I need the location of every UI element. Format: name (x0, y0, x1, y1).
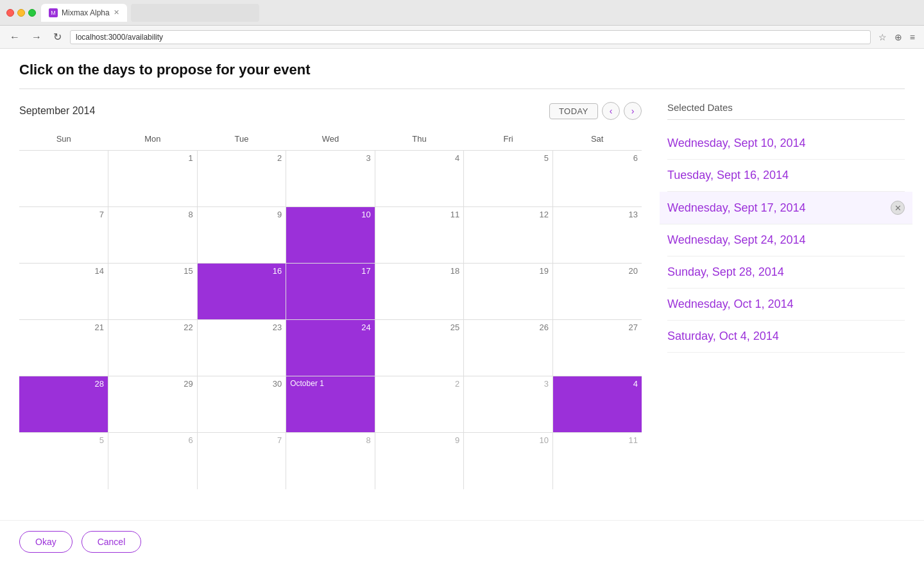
calendar-day[interactable]: 13 (552, 207, 642, 264)
calendar-day[interactable] (19, 151, 108, 207)
day-header-wed: Wed (286, 130, 375, 151)
day-number: 2 (277, 153, 282, 163)
day-header-thu: Thu (375, 130, 464, 151)
calendar-day[interactable]: 23 (197, 320, 286, 376)
calendar-day[interactable]: 15 (108, 264, 198, 320)
refresh-button[interactable]: ↻ (50, 29, 65, 44)
calendar-day[interactable]: 3 (286, 151, 375, 207)
calendar-day[interactable]: October 1 (286, 376, 375, 433)
selected-date-item[interactable]: Tuesday, Sept 16, 2014 (667, 160, 905, 192)
calendar-day[interactable]: 26 (464, 320, 553, 376)
day-number: 8 (366, 435, 371, 445)
day-header-tue: Tue (197, 130, 286, 151)
tab-bar: M Mixmax Alpha ✕ (41, 4, 918, 22)
calendar-day[interactable]: 18 (375, 264, 464, 320)
calendar-day[interactable]: 4 (552, 376, 642, 433)
menu-icon[interactable]: ≡ (907, 31, 918, 44)
calendar-day[interactable]: 17 (286, 264, 375, 320)
day-number: 6 (633, 153, 638, 163)
calendar-day[interactable]: 9 (375, 433, 464, 489)
day-number: 29 (184, 379, 193, 389)
main-content: Click on the days to propose for your ev… (0, 49, 924, 502)
calendar-day[interactable]: 29 (108, 376, 198, 433)
calendar-day[interactable]: 10 (286, 207, 375, 264)
selected-dates-section: Selected Dates Wednesday, Sept 10, 2014T… (667, 102, 905, 489)
maximize-traffic-light[interactable] (28, 9, 36, 17)
day-header-fri: Fri (464, 130, 553, 151)
extensions-icon[interactable]: ⊕ (892, 31, 905, 44)
minimize-traffic-light[interactable] (17, 9, 25, 17)
tab-close-btn[interactable]: ✕ (114, 8, 119, 17)
calendar-day[interactable]: 10 (464, 433, 553, 489)
day-number: October 1 (290, 379, 324, 388)
bookmark-icon[interactable]: ☆ (876, 31, 889, 44)
calendar-day[interactable]: 4 (375, 151, 464, 207)
calendar-day[interactable]: 11 (552, 433, 642, 489)
calendar-day[interactable]: 22 (108, 320, 198, 376)
calendar-day[interactable]: 1 (108, 151, 198, 207)
selected-date-label: Sunday, Sept 28, 2014 (667, 265, 784, 279)
day-number: 5 (544, 153, 549, 163)
layout: September 2014 TODAY ‹ › Sun Mon Tue Wed… (19, 102, 905, 489)
calendar-day[interactable]: 24 (286, 320, 375, 376)
calendar-day[interactable]: 9 (197, 207, 286, 264)
selected-date-label: Saturday, Oct 4, 2014 (667, 330, 779, 343)
remove-date-button[interactable]: ✕ (891, 201, 905, 215)
calendar-day[interactable]: 6 (552, 151, 642, 207)
selected-dates-list: Wednesday, Sept 10, 2014Tuesday, Sept 16… (667, 128, 905, 353)
calendar-day[interactable]: 5 (464, 151, 553, 207)
calendar-day[interactable]: 7 (197, 433, 286, 489)
calendar-day[interactable]: 14 (19, 264, 108, 320)
calendar-day[interactable]: 2 (197, 151, 286, 207)
close-traffic-light[interactable] (6, 9, 14, 17)
day-number: 5 (99, 435, 104, 445)
calendar-header-row: Sun Mon Tue Wed Thu Fri Sat (19, 130, 642, 151)
tab-favicon: M (49, 8, 58, 17)
next-month-button[interactable]: › (624, 102, 642, 120)
day-number: 24 (361, 323, 370, 332)
calendar-day[interactable]: 3 (464, 376, 553, 433)
day-number: 2 (455, 379, 459, 389)
calendar-day[interactable]: 28 (19, 376, 108, 433)
calendar-day[interactable]: 21 (19, 320, 108, 376)
selected-date-item[interactable]: Sunday, Sept 28, 2014 (667, 256, 905, 289)
calendar-day[interactable]: 7 (19, 207, 108, 264)
day-number: 13 (629, 210, 638, 219)
address-bar[interactable] (70, 30, 871, 44)
calendar-day[interactable]: 30 (197, 376, 286, 433)
day-number: 3 (544, 379, 549, 389)
calendar-day[interactable]: 8 (286, 433, 375, 489)
day-number: 25 (450, 323, 459, 332)
day-number: 10 (361, 210, 370, 219)
calendar-day[interactable]: 11 (375, 207, 464, 264)
day-number: 23 (273, 323, 282, 332)
calendar-day[interactable]: 16 (197, 264, 286, 320)
selected-date-item[interactable]: Wednesday, Oct 1, 2014 (667, 289, 905, 321)
day-number: 18 (450, 266, 459, 276)
selected-date-item[interactable]: Saturday, Oct 4, 2014 (667, 321, 905, 353)
calendar-day[interactable]: 2 (375, 376, 464, 433)
today-button[interactable]: TODAY (549, 103, 598, 119)
calendar-day[interactable]: 20 (552, 264, 642, 320)
calendar-day[interactable]: 27 (552, 320, 642, 376)
selected-date-item[interactable]: Wednesday, Sept 10, 2014 (667, 128, 905, 160)
day-number: 9 (277, 210, 282, 219)
browser-tab[interactable]: M Mixmax Alpha ✕ (41, 4, 127, 22)
selected-date-item[interactable]: Wednesday, Sept 17, 2014✕ (660, 192, 912, 224)
calendar-day[interactable]: 19 (464, 264, 553, 320)
calendar-day[interactable]: 25 (375, 320, 464, 376)
calendar-grid: Sun Mon Tue Wed Thu Fri Sat 123456789101… (19, 130, 642, 489)
calendar-day[interactable]: 5 (19, 433, 108, 489)
selected-date-label: Wednesday, Oct 1, 2014 (667, 298, 793, 311)
forward-button[interactable]: → (28, 30, 45, 44)
selected-date-label: Wednesday, Sept 10, 2014 (667, 137, 806, 150)
calendar-day[interactable]: 6 (108, 433, 198, 489)
day-number: 7 (277, 435, 282, 445)
back-button[interactable]: ← (6, 30, 23, 44)
selected-date-label: Wednesday, Sept 17, 2014 (667, 201, 806, 215)
nav-bar: ← → ↻ ☆ ⊕ ≡ (0, 26, 924, 49)
prev-month-button[interactable]: ‹ (602, 102, 620, 120)
calendar-day[interactable]: 12 (464, 207, 553, 264)
selected-date-item[interactable]: Wednesday, Sept 24, 2014 (667, 224, 905, 256)
calendar-day[interactable]: 8 (108, 207, 198, 264)
